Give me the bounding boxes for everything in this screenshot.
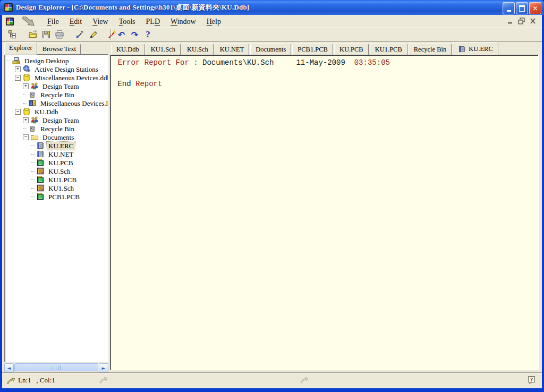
tree-label: KU1.Sch bbox=[47, 184, 75, 192]
window-title: Design Explorer - [C:\Documents and Sett… bbox=[16, 3, 249, 12]
menu-help[interactable]: Help bbox=[201, 16, 226, 27]
doc-tab-ku-ddb[interactable]: KU.Ddb bbox=[111, 44, 144, 55]
doc-tab-ku-pcb[interactable]: KU.PCB bbox=[334, 44, 369, 55]
collapse-minus-box[interactable]: − bbox=[15, 109, 21, 115]
minimize-button[interactable] bbox=[503, 2, 515, 14]
tree-connector bbox=[31, 188, 35, 189]
tree-item-active-design-stations[interactable]: +Active Design Stations bbox=[6, 65, 108, 73]
report-segment-symbol: : bbox=[193, 58, 198, 67]
tree-item-design-team[interactable]: +Design Team bbox=[6, 116, 108, 124]
scrollbar-thumb[interactable] bbox=[14, 363, 98, 371]
doc-tab-label: KU.NET bbox=[220, 46, 244, 54]
tree-item-recycle-bin[interactable]: Recycle Bin bbox=[6, 124, 108, 133]
menu-edit[interactable]: Edit bbox=[64, 16, 87, 27]
undo-button[interactable]: ↶ bbox=[115, 29, 128, 40]
tree-item-pcb1-pcb[interactable]: PCB1.PCB bbox=[6, 192, 108, 201]
maximize-icon bbox=[519, 5, 525, 12]
explorer-toggle-button[interactable] bbox=[5, 29, 19, 40]
doc-tab-recycle-bin[interactable]: Recycle Bin bbox=[409, 44, 452, 55]
pen-icon bbox=[89, 30, 98, 39]
maximize-button[interactable] bbox=[516, 2, 528, 14]
report-icon bbox=[458, 45, 466, 53]
document-tree[interactable]: Design Desktop+Active Design Stations−Mi… bbox=[4, 54, 108, 362]
mdi-restore-button[interactable] bbox=[517, 17, 526, 25]
tree-item-ku-pcb[interactable]: KU.PCB bbox=[6, 158, 108, 167]
tree-item-documents[interactable]: −Documents bbox=[6, 133, 108, 141]
knife-button[interactable] bbox=[73, 29, 87, 40]
title-bar[interactable]: Design Explorer - [C:\Documents and Sett… bbox=[0, 0, 544, 15]
save-button[interactable] bbox=[39, 29, 53, 40]
tree-item-ku1-sch[interactable]: KU1.Sch bbox=[6, 184, 108, 192]
report-line: End Report bbox=[113, 79, 538, 89]
panel-tab-explorer[interactable]: Explorer bbox=[4, 42, 37, 55]
menu-view[interactable]: View bbox=[87, 16, 114, 27]
menu-tools[interactable]: Tools bbox=[114, 16, 141, 27]
doc-tab-ku-net[interactable]: KU.NET bbox=[215, 44, 249, 55]
tree-item-miscellaneous-devices-lib[interactable]: 1?Miscellaneous Devices.lib bbox=[6, 99, 108, 107]
document-tabs: KU.DdbKU1.SchKU.SchKU.NETDocumentsPCB1.P… bbox=[110, 42, 540, 55]
line-col-indicator: Ln:1 , Col:1 bbox=[18, 376, 55, 385]
desktop-icon bbox=[12, 56, 21, 65]
tree-item-design-team[interactable]: +Design Team bbox=[6, 82, 108, 90]
pane-marker-icon bbox=[99, 376, 108, 384]
tree-item-design-desktop[interactable]: Design Desktop bbox=[6, 56, 108, 65]
recycle-bin-icon bbox=[28, 90, 37, 99]
doc-tab-documents[interactable]: Documents bbox=[250, 44, 291, 55]
close-button[interactable]: ✕ bbox=[529, 2, 541, 14]
report-segment-text bbox=[189, 58, 193, 67]
tree-item-recycle-bin[interactable]: Recycle Bin bbox=[6, 90, 108, 99]
tree-label: Active Design Stations bbox=[33, 65, 100, 73]
doc-tab-pcb1-pcb[interactable]: PCB1.PCB bbox=[292, 44, 333, 55]
menu-window[interactable]: Window bbox=[165, 16, 201, 27]
sch-icon bbox=[36, 167, 45, 175]
redo-button[interactable]: ↷ bbox=[128, 29, 141, 40]
report-segment-keyword: 35 bbox=[368, 58, 377, 67]
print-button[interactable] bbox=[53, 29, 66, 40]
doc-tab-ku-erc[interactable]: KU.ERC bbox=[453, 42, 498, 55]
expand-plus-box[interactable]: + bbox=[23, 117, 29, 123]
toolbar: ↶↷? bbox=[2, 28, 542, 42]
design-menu-arrow-button[interactable] bbox=[20, 16, 38, 26]
mdi-close-button[interactable] bbox=[529, 17, 538, 25]
tree-item-ku-sch[interactable]: KU.Sch bbox=[6, 167, 108, 175]
help-indicator-icon[interactable]: ? bbox=[528, 376, 536, 385]
tree-label: PCB1.PCB bbox=[47, 193, 81, 201]
expand-plus-box[interactable]: + bbox=[15, 66, 21, 72]
tree-item-ku1-pcb[interactable]: KU1.PCB bbox=[6, 175, 108, 184]
pen-button[interactable] bbox=[87, 29, 100, 40]
tree-item-miscellaneous-devices-ddb[interactable]: −Miscellaneous Devices.ddb bbox=[6, 73, 108, 82]
expand-plus-box[interactable]: + bbox=[23, 83, 29, 89]
doc-tab-label: KU.Sch bbox=[187, 46, 208, 54]
mdi-minimize-button[interactable] bbox=[506, 17, 515, 25]
collapse-minus-box[interactable]: − bbox=[23, 134, 29, 140]
tree-label: Recycle Bin bbox=[39, 125, 76, 133]
help-button[interactable]: ? bbox=[141, 29, 155, 40]
tree-item-ku-ddb[interactable]: −KU.Ddb bbox=[6, 107, 108, 116]
library-icon: 1? bbox=[28, 99, 37, 107]
tree-connector bbox=[23, 95, 27, 95]
collapse-minus-box[interactable]: − bbox=[15, 75, 21, 81]
panel-tab-browse-text[interactable]: Browse Text bbox=[38, 44, 81, 54]
app-logo-small-icon[interactable] bbox=[5, 17, 14, 26]
tree-connector bbox=[31, 197, 35, 197]
database-icon bbox=[22, 107, 31, 116]
tree-label: Recycle Bin bbox=[39, 91, 76, 99]
tree-connector bbox=[31, 154, 35, 155]
tree-item-ku-erc[interactable]: KU.ERC bbox=[6, 141, 108, 150]
tree-horizontal-scrollbar[interactable]: ◄ ► bbox=[4, 363, 108, 371]
doc-tab-ku1-pcb[interactable]: KU1.PCB bbox=[370, 44, 407, 55]
doc-tab-ku1-sch[interactable]: KU1.Sch bbox=[146, 44, 181, 55]
toolbar-separator bbox=[110, 29, 112, 40]
doc-tab-ku-sch[interactable]: KU.Sch bbox=[182, 44, 214, 55]
scroll-right-button[interactable]: ► bbox=[99, 363, 108, 372]
error-report-text: Error Report For : Documents\KU.Sch 11-M… bbox=[110, 55, 538, 89]
menu-pld[interactable]: PLD bbox=[141, 16, 165, 27]
scroll-left-button[interactable]: ◄ bbox=[4, 363, 14, 372]
report-icon bbox=[36, 141, 45, 150]
app-logo-icon[interactable] bbox=[4, 3, 13, 12]
report-view[interactable]: Error Report For : Documents\KU.Sch 11-M… bbox=[110, 55, 539, 370]
open-document-button[interactable] bbox=[26, 29, 39, 40]
menu-file[interactable]: File bbox=[42, 16, 64, 27]
tree-item-ku-net[interactable]: KU.NET bbox=[6, 150, 108, 158]
doc-tab-label: KU.ERC bbox=[469, 45, 493, 53]
